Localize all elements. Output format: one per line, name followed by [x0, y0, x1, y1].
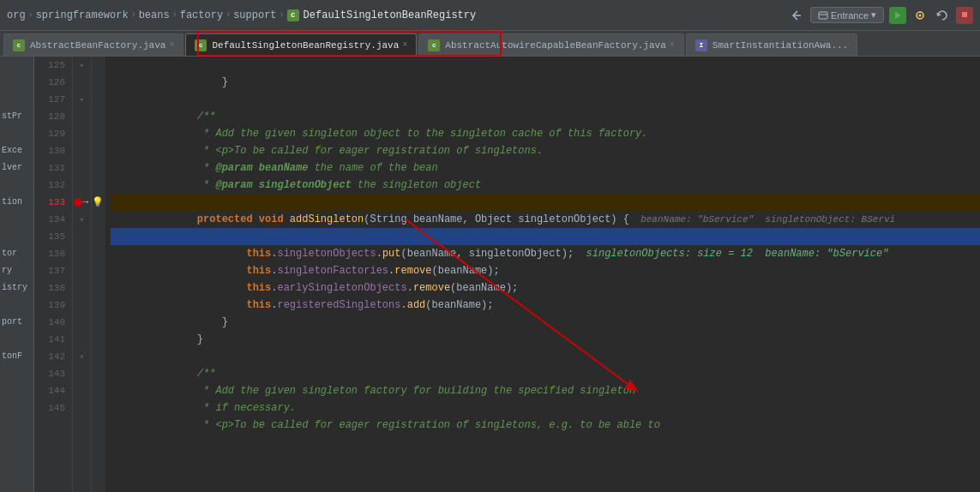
- svg-point-5: [919, 14, 922, 16]
- marker-143: [73, 365, 91, 382]
- code-line-137: this.earlySingletonObjects.remove(beanNa…: [111, 262, 980, 279]
- code-line-145: * <p>To be called for eager registration…: [111, 399, 980, 417]
- exec-arrow-133: →: [82, 196, 88, 208]
- sl-tonf: tonF: [0, 348, 33, 365]
- sl-11: [0, 228, 33, 245]
- app-window: org › springframework › beans › factory …: [0, 0, 980, 492]
- breadcrumb-factory[interactable]: factory: [180, 9, 223, 21]
- sl-exce: Exce: [0, 142, 33, 159]
- breadcrumb-beans[interactable]: beans: [139, 9, 170, 21]
- marker-131: [73, 159, 91, 177]
- marker-129: [73, 125, 91, 142]
- marker-132: [73, 177, 91, 194]
- breadcrumb-sep-2: ›: [131, 10, 136, 20]
- lb-125: [92, 57, 105, 74]
- ln-142: 142: [34, 348, 65, 365]
- code-line-132: */: [111, 177, 980, 194]
- lightbulb-icon[interactable]: 💡: [92, 194, 104, 211]
- lb-129: [92, 125, 105, 142]
- tab-label-4: SmartInstantiationAwa...: [712, 40, 848, 51]
- tab-bar: c AbstractBeanFactory.java × c DefaultSi…: [0, 31, 980, 57]
- top-nav-bar: org › springframework › beans › factory …: [0, 0, 980, 31]
- marker-144: [73, 382, 91, 399]
- code-line-130: * @param beanName the name of the bean: [111, 142, 980, 159]
- tab-label-2: DefaultSingletonBeanRegistry.java: [212, 40, 399, 51]
- tab-close-1[interactable]: ×: [169, 40, 174, 50]
- run-button[interactable]: [889, 7, 906, 24]
- breadcrumb-sep-1: ›: [28, 10, 33, 20]
- breadcrumb-springframework[interactable]: springframework: [36, 9, 129, 21]
- lb-143: [92, 365, 105, 382]
- sl-10: [0, 211, 33, 228]
- tab-smart-instantiation[interactable]: I SmartInstantiationAwa...: [686, 33, 857, 56]
- code-content-area: } /** * Add the given singleton object t…: [105, 57, 980, 492]
- line-markers-col: ▾ ▾ →: [73, 57, 92, 492]
- code-line-142: /**: [111, 348, 980, 365]
- ln-127: 127: [34, 91, 65, 108]
- sl-8: [0, 177, 33, 194]
- code-line-125: }: [111, 57, 980, 74]
- tab-abstract-bean-factory[interactable]: c AbstractBeanFactory.java ×: [3, 33, 183, 56]
- sl-ry: ry: [0, 262, 33, 279]
- lb-132: [92, 177, 105, 194]
- lb-144: [92, 382, 105, 399]
- marker-126: [73, 74, 91, 91]
- back-button[interactable]: [788, 7, 805, 24]
- breadcrumb-org[interactable]: org: [7, 9, 26, 21]
- code-line-143: * Add the given singleton factory for bu…: [111, 365, 980, 382]
- fold-icon-142[interactable]: ▾: [80, 352, 84, 362]
- lb-128: [92, 108, 105, 125]
- code-line-127: /**: [111, 91, 980, 108]
- entrance-dropdown-button[interactable]: Entrance ▾: [810, 7, 884, 23]
- reload-button[interactable]: [934, 7, 951, 24]
- marker-136: [73, 245, 91, 262]
- lb-141: [92, 331, 105, 348]
- marker-140: [73, 314, 91, 331]
- breadcrumb-support[interactable]: support: [233, 9, 276, 21]
- code-line-128: * Add the given singleton object to the …: [111, 108, 980, 125]
- fold-icon-125[interactable]: ▾: [80, 61, 84, 70]
- marker-137: [73, 262, 91, 279]
- ln-130: 130: [34, 142, 65, 159]
- code-line-134: synchronized (this.singletonObjects) {: [111, 211, 980, 228]
- breadcrumb-class[interactable]: DefaultSingletonBeanRegistry: [304, 9, 477, 21]
- marker-134: ▾: [73, 211, 91, 228]
- breakpoint-dot-133[interactable]: [74, 198, 82, 207]
- ln-135: 135: [34, 228, 65, 245]
- lb-127: [92, 91, 105, 108]
- lb-139: [92, 297, 105, 314]
- ln-139: 139: [34, 297, 65, 314]
- lb-133[interactable]: 💡: [92, 194, 105, 211]
- sl-15: [0, 297, 33, 314]
- fold-icon-134[interactable]: ▾: [80, 215, 84, 225]
- debug-icon-button[interactable]: [911, 7, 929, 24]
- sidebar-labels-panel: stPr Exce lver tion tor ry istry port to…: [0, 57, 34, 492]
- marker-128: [73, 108, 91, 125]
- code-line-138: this.registeredSingletons.add(beanName);: [111, 279, 980, 297]
- code-panel: 125 126 127 128 129 130 131 132 133 134 …: [34, 57, 980, 492]
- code-line-131: * @param singletonObject the singleton o…: [111, 159, 980, 177]
- tab-icon-3: c: [428, 39, 440, 51]
- lightbulb-col: 💡: [92, 57, 105, 492]
- lb-137: [92, 262, 105, 279]
- tab-abstract-autowire[interactable]: c AbstractAutowireCapableBeanFactory.jav…: [418, 33, 683, 56]
- lb-140: [92, 314, 105, 331]
- tab-close-3[interactable]: ×: [670, 40, 675, 50]
- lb-130: [92, 142, 105, 159]
- fold-icon-127[interactable]: ▾: [80, 95, 84, 105]
- lb-142: [92, 348, 105, 365]
- entrance-label: Entrance: [831, 10, 869, 21]
- tab-close-2[interactable]: ×: [402, 40, 407, 50]
- sl-19: [0, 365, 33, 382]
- stop-button[interactable]: [956, 7, 973, 24]
- tab-default-singleton[interactable]: c DefaultSingletonBeanRegistry.java ×: [185, 33, 417, 56]
- code-line-136: this.singletonFactories.remove(beanName)…: [111, 245, 980, 262]
- code-line-126: [111, 74, 980, 91]
- breadcrumb-sep-3: ›: [172, 10, 177, 20]
- ln-131: 131: [34, 159, 65, 177]
- sl-17: [0, 331, 33, 348]
- line-numbers-col: 125 126 127 128 129 130 131 132 133 134 …: [34, 57, 73, 492]
- sl-3: [0, 91, 33, 108]
- code-line-140: }: [111, 314, 980, 331]
- ln-125: 125: [34, 57, 65, 74]
